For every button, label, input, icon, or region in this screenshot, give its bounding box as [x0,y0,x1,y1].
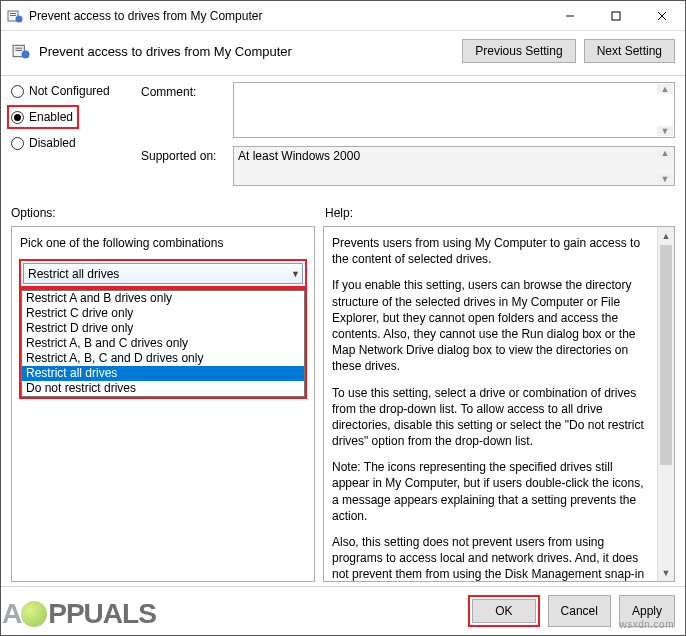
logo-text: PPUALS [48,598,156,629]
window-title: Prevent access to drives from My Compute… [29,9,547,23]
dropdown-option[interactable]: Restrict all drives [22,366,304,381]
chevron-down-icon: ▼ [291,268,300,280]
svg-rect-9 [15,48,22,49]
options-label: Options: [11,206,325,220]
scroll-up-icon[interactable]: ▲ [658,227,674,244]
supported-value: At least Windows 2000 ▲ ▼ [233,146,675,186]
comment-label: Comment: [141,82,233,138]
cancel-button[interactable]: Cancel [548,595,611,627]
dropdown-option[interactable]: Restrict A and B drives only [22,291,304,306]
scroll-down-icon[interactable]: ▼ [658,564,674,581]
next-setting-button[interactable]: Next Setting [584,39,675,63]
options-prompt: Pick one of the following combinations [20,235,306,251]
radio-icon [11,85,24,98]
scrollbar[interactable]: ▲ ▼ [657,227,674,581]
comment-input[interactable]: ▲ ▼ [233,82,675,138]
titlebar: Prevent access to drives from My Compute… [1,1,685,31]
combination-select[interactable]: Restrict all drives ▼ [23,263,303,284]
help-label: Help: [325,206,353,220]
previous-setting-button[interactable]: Previous Setting [462,39,575,63]
close-button[interactable] [639,1,685,31]
highlight-combo: Restrict all drives ▼ [19,259,307,288]
dropdown-option[interactable]: Restrict C drive only [22,306,304,321]
svg-rect-1 [10,13,16,14]
setting-title: Prevent access to drives from My Compute… [39,44,454,59]
header: Prevent access to drives from My Compute… [1,31,685,76]
watermark: wsxdn.com [619,619,674,630]
scrollbar-thumb[interactable] [660,245,672,465]
radio-icon [11,137,24,150]
supported-text: At least Windows 2000 [238,149,360,163]
highlight-ok: OK [468,595,539,627]
svg-rect-5 [612,12,620,20]
help-text: Note: The icons representing the specifi… [332,459,652,524]
radio-not-configured[interactable]: Not Configured [11,84,141,98]
policy-icon [7,8,23,24]
brand-logo: APPUALS [2,598,156,630]
scroll-up-icon[interactable]: ▲ [657,84,673,94]
dropdown-option[interactable]: Do not restrict drives [22,381,304,396]
combo-value: Restrict all drives [28,266,119,282]
minimize-button[interactable] [547,1,593,31]
supported-label: Supported on: [141,146,233,186]
radio-disabled[interactable]: Disabled [11,136,141,150]
logo-disc-icon [21,601,47,627]
svg-rect-10 [15,50,22,51]
help-text: Also, this setting does not prevent user… [332,534,652,581]
options-pane: Pick one of the following combinations R… [11,226,315,582]
svg-point-3 [16,15,23,22]
svg-rect-2 [10,15,16,16]
dropdown-option[interactable]: Restrict A, B and C drives only [22,336,304,351]
maximize-button[interactable] [593,1,639,31]
dropdown-option[interactable]: Restrict D drive only [22,321,304,336]
policy-icon [11,41,31,61]
help-text: To use this setting, select a drive or c… [332,385,652,450]
pane-labels: Options: Help: [1,204,685,222]
radio-enabled[interactable]: Enabled [11,110,73,124]
highlight-dropdown: Restrict A and B drives only Restrict C … [19,288,307,399]
state-radios: Not Configured Enabled Disabled [11,82,141,194]
help-text: If you enable this setting, users can br… [332,277,652,374]
scroll-up-icon[interactable]: ▲ [657,148,673,158]
radio-icon [11,111,24,124]
radio-label: Enabled [29,110,73,124]
highlight-enabled: Enabled [7,105,79,129]
scroll-down-icon[interactable]: ▼ [657,174,673,184]
dropdown-option[interactable]: Restrict A, B, C and D drives only [22,351,304,366]
svg-point-11 [22,50,30,58]
dropdown-list[interactable]: Restrict A and B drives only Restrict C … [21,290,305,397]
help-pane: Prevents users from using My Computer to… [323,226,675,582]
radio-label: Disabled [29,136,76,150]
fields: Comment: ▲ ▼ Supported on: At least Wind… [141,82,675,194]
config-area: Not Configured Enabled Disabled Comment:… [1,76,685,204]
scroll-down-icon[interactable]: ▼ [657,126,673,136]
help-text: Prevents users from using My Computer to… [332,235,652,267]
ok-button[interactable]: OK [472,599,535,623]
radio-label: Not Configured [29,84,110,98]
